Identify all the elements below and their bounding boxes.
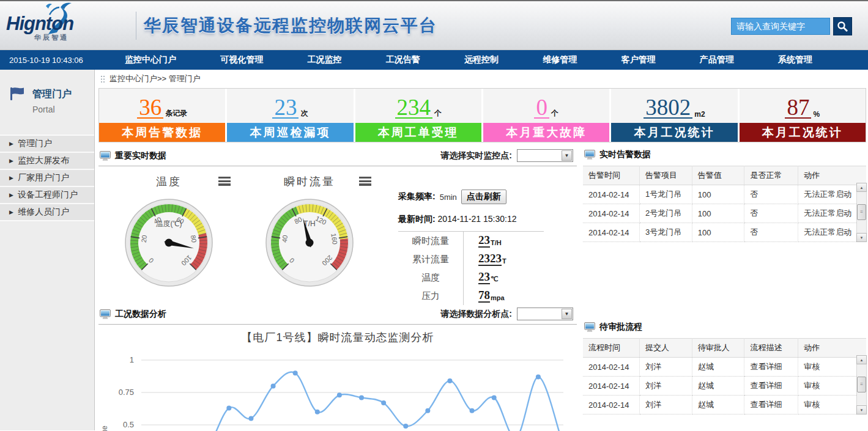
nav-item-monitor-center[interactable]: 监控中心门户 bbox=[125, 54, 176, 65]
stat-value-area: 23 次 bbox=[227, 89, 353, 123]
approval-table-wrap: 流程时间 提交人 待审批人 流程描述 动作 2014-02-14 刘洋 bbox=[583, 338, 866, 414]
triangle-down-icon[interactable]: ▼ bbox=[856, 405, 867, 414]
stat-unit: 条记录 bbox=[165, 108, 187, 119]
readout-value: 78 bbox=[478, 289, 490, 303]
freq-value: 5min bbox=[440, 193, 457, 202]
left-column: 重要实时数据 请选择实时监控点: ▼ bbox=[98, 146, 577, 431]
portal-subtitle: Portal bbox=[32, 105, 72, 114]
refresh-button[interactable]: 点击刷新 bbox=[461, 190, 506, 204]
triangle-up-icon[interactable]: ▲ bbox=[856, 355, 867, 364]
logo-divider bbox=[136, 12, 136, 40]
stat-card: 0 个 本月重大故障 bbox=[483, 89, 609, 142]
temperature-gauge: 020406080100温度(℃) bbox=[123, 197, 215, 289]
analysis-point-select[interactable]: ▼ bbox=[517, 308, 573, 320]
readout-value: 23 bbox=[478, 234, 490, 248]
stat-banner[interactable]: 本周告警数据 bbox=[99, 123, 225, 142]
svg-text:20: 20 bbox=[140, 235, 149, 243]
table-row: 2014-02-14 2号龙门吊 100 否 无法正常启动 bbox=[583, 204, 866, 223]
view-detail-link[interactable]: 查看详细 bbox=[744, 358, 798, 377]
stat-banner[interactable]: 本周工单受理 bbox=[355, 123, 481, 142]
masthead: Hignton 华辰智通 华辰智通设备远程监控物联网云平台 bbox=[0, 1, 868, 50]
sidebar-item-admin-portal[interactable]: ▶ 管理门户 bbox=[0, 136, 94, 153]
chevron-down-icon[interactable]: ▼ bbox=[562, 309, 572, 319]
table-row: 2014-02-14 刘洋 赵城 查看详细 审核 bbox=[583, 396, 866, 414]
latest-time-label: 最新时间: bbox=[398, 214, 436, 224]
view-detail-link[interactable]: 查看详细 bbox=[744, 396, 798, 414]
nav-item-visualization[interactable]: 可视化管理 bbox=[220, 54, 263, 65]
triangle-right-icon: ▶ bbox=[9, 141, 13, 147]
stat-card: 234 个 本周工单受理 bbox=[355, 89, 481, 142]
stat-number: 234 bbox=[395, 98, 433, 119]
stat-card: 3802 m2 本月工况统计 bbox=[611, 89, 737, 142]
svg-text:1: 1 bbox=[130, 355, 134, 364]
nav-item-condition-monitor[interactable]: 工况监控 bbox=[308, 54, 342, 65]
readout-unit: T/H bbox=[491, 239, 502, 246]
scrollbar[interactable]: ▲ ≡ ▼ bbox=[856, 183, 867, 242]
main-navbar: 2015-10-19 10:43:06 监控中心门户 可视化管理 工况监控 工况… bbox=[0, 50, 868, 70]
panel-header: 实时告警数据 bbox=[583, 146, 866, 164]
sidebar-item-repair-portal[interactable]: ▶ 维修人员门户 bbox=[0, 204, 94, 221]
scrollbar[interactable]: ▲ ≡ ▼ bbox=[856, 355, 867, 414]
stat-banner[interactable]: 本月工况统计 bbox=[740, 123, 866, 142]
hamburger-icon[interactable] bbox=[359, 177, 371, 186]
panel-title: 待审批流程 bbox=[599, 322, 642, 333]
nav-item-system[interactable]: 系统管理 bbox=[778, 54, 812, 65]
latest-time-value: 2014-11-21 15:30:12 bbox=[438, 214, 517, 224]
stat-value-area: 87 % bbox=[740, 89, 866, 123]
nav-item-customer[interactable]: 客户管理 bbox=[621, 54, 655, 65]
temperature-gauge-block: 温度 020406080100温度(℃) bbox=[98, 174, 239, 297]
readout-table: 瞬时流量 23T/H 累计流量 2323T 温度 23℃ bbox=[398, 231, 544, 305]
readout-row: 压力 78mpa bbox=[398, 287, 544, 305]
search-button[interactable] bbox=[833, 17, 852, 35]
nav-item-remote-control[interactable]: 远程控制 bbox=[464, 54, 499, 65]
flag-icon bbox=[9, 86, 25, 102]
nav-item-maintenance[interactable]: 维修管理 bbox=[543, 54, 577, 65]
logo-wordmark: Hignton bbox=[6, 15, 73, 32]
chevron-down-icon[interactable]: ▼ bbox=[562, 150, 572, 161]
stat-card: 23 次 本周巡检漏项 bbox=[227, 89, 353, 142]
scrollbar-thumb[interactable]: ≡ bbox=[857, 204, 866, 219]
monitor-icon bbox=[584, 150, 595, 160]
stat-banner[interactable]: 本月工况统计 bbox=[611, 123, 737, 142]
readout-value: 2323 bbox=[478, 252, 502, 266]
svg-text:80: 80 bbox=[190, 235, 198, 243]
scrollbar-track[interactable]: ≡ bbox=[856, 192, 867, 233]
stat-value-area: 36 条记录 bbox=[99, 89, 225, 123]
breadcrumb-text: 监控中心门户>> 管理门户 bbox=[109, 73, 201, 84]
portal-header: 管理门户 Portal bbox=[0, 70, 94, 126]
monitor-point-select[interactable]: ▼ bbox=[517, 149, 573, 162]
sidebar-item-vendor-portal[interactable]: ▶ 厂家用户门户 bbox=[0, 170, 94, 187]
stat-unit: m2 bbox=[694, 110, 705, 119]
flow-gauge: 04080120160200T/H bbox=[264, 197, 355, 289]
flow-line-chart: 10.750.5value bbox=[98, 347, 577, 431]
triangle-down-icon[interactable]: ▼ bbox=[856, 233, 867, 242]
realtime-body: 温度 020406080100温度(℃) 瞬时流量 04080120160200… bbox=[98, 166, 577, 297]
dots-grid-icon bbox=[100, 75, 105, 83]
readout-unit: T bbox=[502, 257, 506, 265]
readout-row: 瞬时流量 23T/H bbox=[398, 232, 544, 250]
company-logo[interactable]: Hignton 华辰智通 bbox=[0, 1, 135, 50]
svg-text:0.5: 0.5 bbox=[123, 420, 134, 429]
stat-number: 87 bbox=[785, 98, 811, 119]
sidebar-item-big-screen[interactable]: ▶ 监控大屏发布 bbox=[0, 153, 94, 170]
triangle-up-icon[interactable]: ▲ bbox=[856, 183, 867, 192]
nav-item-condition-alarm[interactable]: 工况告警 bbox=[386, 54, 420, 65]
nav-item-product[interactable]: 产品管理 bbox=[700, 54, 734, 65]
stat-banner[interactable]: 本周巡检漏项 bbox=[227, 123, 353, 142]
triangle-right-icon: ▶ bbox=[9, 158, 13, 164]
flow-gauge-block: 瞬时流量 04080120160200T/H bbox=[239, 174, 380, 297]
sidebar: 管理门户 Portal ▶ 管理门户 ▶ 监控大屏发布 ▶ 厂家用户门户 ▶ 设… bbox=[0, 70, 95, 430]
main-content: 监控中心门户>> 管理门户 36 条记录 本周告警数据 23 次 本周巡检漏项 … bbox=[95, 70, 868, 430]
analysis-panel: 工况数据分析 请选择数据分析点: ▼ 【电厂1号线】瞬时流量动态监测分析 10.… bbox=[98, 304, 577, 431]
scrollbar-track[interactable]: ≡ bbox=[856, 364, 867, 405]
hamburger-icon[interactable] bbox=[218, 177, 231, 186]
sidebar-item-engineer-portal[interactable]: ▶ 设备工程师门户 bbox=[0, 187, 94, 204]
stat-banner[interactable]: 本月重大故障 bbox=[483, 123, 609, 142]
stat-unit: % bbox=[813, 110, 820, 119]
dashboard-page: { "theme": { "navbar_blue": "#0D4D8E", "… bbox=[0, 0, 868, 431]
search-input[interactable] bbox=[731, 18, 830, 35]
view-detail-link[interactable]: 查看详细 bbox=[744, 377, 798, 396]
approval-panel: 待审批流程 流程时间 提交人 待审批人 流程描述 动作 bbox=[583, 319, 866, 414]
scrollbar-thumb[interactable]: ≡ bbox=[857, 377, 866, 392]
magnifier-icon bbox=[837, 21, 848, 32]
